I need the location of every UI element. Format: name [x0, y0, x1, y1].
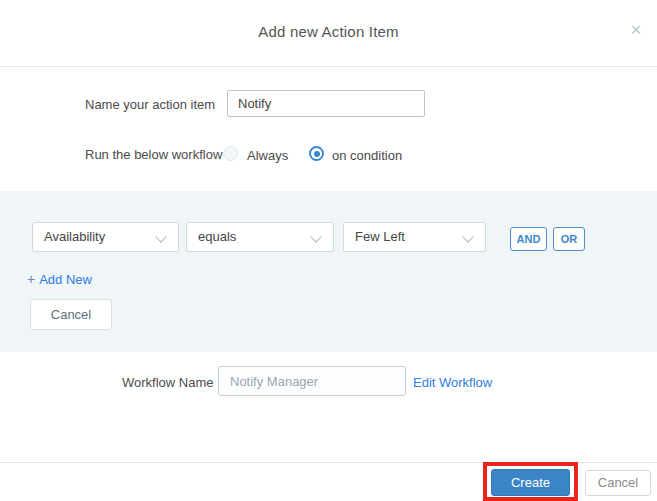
footer-divider	[0, 462, 657, 463]
chevron-down-icon	[155, 231, 166, 242]
workflow-name-label: Workflow Name	[122, 375, 214, 390]
dialog-title: Add new Action Item	[0, 23, 657, 40]
radio-selected-dot	[314, 151, 320, 157]
condition-operator-value: equals	[198, 229, 236, 244]
condition-operator-dropdown[interactable]: equals	[186, 222, 334, 252]
chevron-down-icon	[462, 231, 473, 242]
radio-on-condition[interactable]	[309, 146, 324, 161]
radio-on-condition-label[interactable]: on condition	[332, 148, 402, 163]
condition-cancel-button[interactable]: Cancel	[30, 299, 112, 330]
condition-field-dropdown[interactable]: Availability	[32, 222, 179, 252]
or-button[interactable]: OR	[553, 227, 585, 251]
header-divider	[0, 66, 657, 67]
add-new-label: Add New	[39, 272, 92, 287]
condition-builder-section: Availability equals Few Left AND OR +Add…	[0, 191, 657, 352]
workflow-name-input[interactable]	[218, 366, 406, 396]
condition-value-dropdown[interactable]: Few Left	[343, 222, 486, 252]
radio-always-label[interactable]: Always	[247, 148, 288, 163]
edit-workflow-link[interactable]: Edit Workflow	[413, 375, 492, 390]
condition-value-value: Few Left	[355, 229, 405, 244]
close-icon[interactable]: ×	[625, 19, 647, 41]
footer-cancel-button[interactable]: Cancel	[585, 470, 651, 496]
condition-field-value: Availability	[44, 229, 105, 244]
add-new-link[interactable]: +Add New	[27, 271, 92, 287]
add-action-item-dialog: Add new Action Item × Name your action i…	[0, 0, 657, 501]
and-button[interactable]: AND	[510, 227, 547, 251]
radio-always[interactable]	[223, 146, 238, 161]
run-workflow-label: Run the below workflow	[85, 147, 222, 162]
name-field-label: Name your action item	[85, 97, 215, 112]
action-item-name-input[interactable]	[227, 90, 425, 117]
plus-icon: +	[27, 271, 35, 287]
create-button[interactable]: Create	[491, 469, 570, 496]
chevron-down-icon	[310, 231, 321, 242]
